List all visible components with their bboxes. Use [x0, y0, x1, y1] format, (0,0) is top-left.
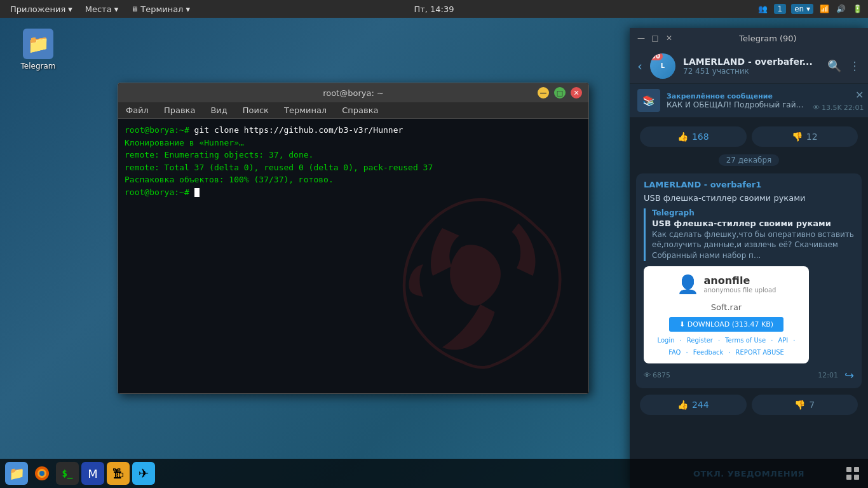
tg-messages-area[interactable]: 👍 168 👎 12 27 декабря LAMERLAND - overba…	[630, 118, 868, 459]
tg-dislike-count-1: 12	[806, 132, 818, 142]
taskbar-tray: 👥 1 en ▾ 📶 🔊 🔋	[757, 3, 864, 15]
tg-file-link-sep4: ·	[793, 337, 795, 344]
dock-telegram-icon: ✈	[139, 466, 149, 481]
tg-minimize-btn[interactable]: —	[636, 33, 646, 43]
tg-file-link-api[interactable]: API	[778, 337, 788, 344]
tg-pinned-views: 👁 13.5K 22:01	[813, 104, 864, 112]
terminal-menu-btn[interactable]: 🖥 Терминал ▾	[126, 3, 195, 15]
terminal-menu-file[interactable]: Файл	[123, 104, 151, 116]
dock-firefox-btn[interactable]	[31, 462, 53, 485]
tg-dislike-btn-2[interactable]: 👎 7	[752, 395, 858, 415]
tg-message-bubble-1: LAMERLAND - overbafer1 USB флешка-стилле…	[636, 173, 862, 388]
dock-archive-btn[interactable]: 🗜	[107, 462, 130, 485]
tg-more-icon[interactable]: ⋮	[849, 59, 860, 72]
tg-file-logo-text-area: anonfile anonymous file upload	[704, 274, 776, 294]
terminal-menu-icon: 🖥	[131, 5, 138, 13]
tg-dislike-btn-1[interactable]: 👎 12	[752, 126, 858, 147]
volume-icon: 🔊	[835, 3, 846, 15]
tg-msg-time: 12:01	[818, 371, 838, 379]
tg-msg-subtitle: USB флешка-стиллер своими руками	[644, 192, 854, 205]
tg-telegraph-label: Telegraph	[652, 208, 854, 217]
tg-maximize-btn[interactable]: □	[650, 33, 660, 43]
tg-pinned-close-btn[interactable]: ✕	[855, 89, 864, 101]
tg-file-link-terms[interactable]: Terms of Use	[725, 337, 766, 344]
terminal-content[interactable]: root@borya:~# git clone https://github.c…	[118, 119, 588, 393]
terminal-menu-search[interactable]: Поиск	[240, 104, 271, 116]
dock-terminal-btn[interactable]: $_	[56, 462, 79, 485]
terminal-menu-view[interactable]: Вид	[208, 104, 229, 116]
tg-search-icon[interactable]: 🔍	[827, 59, 841, 72]
dock-files-btn[interactable]: 📁	[5, 462, 28, 485]
dock-archive-icon: 🗜	[112, 467, 124, 480]
tg-pinned-content: КАК И ОБЕЩАЛ! Подробный гайд по п...	[667, 100, 806, 109]
apps-menu-btn[interactable]: Приложения ▾	[5, 3, 78, 15]
terminal-maximize-btn[interactable]: □	[554, 87, 566, 98]
telegram-window: — □ ✕ Telegram (90) ‹ 90 L LAMERLAND - o…	[630, 28, 868, 488]
tg-file-link-faq[interactable]: FAQ	[668, 349, 681, 356]
terminal-titlebar: root@borya: ~ — □ ✕	[118, 83, 588, 102]
tg-forward-button[interactable]: ↪	[844, 369, 854, 382]
workspace-button[interactable]: 1	[774, 4, 787, 14]
tg-file-logo-sub: anonymous file upload	[704, 287, 776, 294]
term-line-2: Клонирование в «Hunner»…	[125, 137, 582, 149]
lang-button[interactable]: en ▾	[791, 4, 813, 14]
tg-file-link-login[interactable]: Login	[658, 337, 675, 344]
tg-avatar-initials: L	[661, 62, 665, 69]
terminal-menu-edit[interactable]: Правка	[161, 104, 198, 116]
tg-header-icons: 🔍 ⋮	[827, 59, 860, 72]
dock-telegram-btn[interactable]: ✈	[132, 462, 155, 485]
term-output-3: remote: Enumerating objects: 37, done.	[125, 150, 313, 159]
battery-icon: 🔋	[851, 3, 863, 15]
tg-unread-badge: 90	[650, 53, 663, 60]
tg-back-button[interactable]: ‹	[637, 58, 642, 74]
svg-rect-3	[846, 467, 851, 472]
app-grid-btn[interactable]	[843, 463, 863, 484]
tg-like-count-2: 244	[692, 400, 709, 410]
term-line-4: remote: Total 37 (delta 0), reused 0 (de…	[125, 161, 582, 174]
lang-label: en	[794, 4, 804, 13]
telegram-folder-icon: 📁	[23, 29, 53, 59]
tg-file-link-register[interactable]: Register	[687, 337, 713, 344]
tg-file-link-sep5: ·	[686, 349, 688, 356]
term-output-5: Распаковка объектов: 100% (37/37), готов…	[125, 175, 334, 184]
term-cursor	[194, 188, 200, 197]
tg-views-eye-icon: 👁	[644, 371, 651, 379]
tg-file-link-report[interactable]: REPORT ABUSE	[736, 349, 784, 356]
tg-reaction-bar-2: 👍 244 👎 7	[635, 392, 863, 417]
terminal-menubar: Файл Правка Вид Поиск Терминал Справка	[118, 102, 588, 119]
tg-reaction-bar-1: 👍 168 👎 12	[635, 124, 863, 149]
tg-window-title: Telegram (90)	[674, 34, 862, 43]
tg-channel-info: LAMERLAND - overbafer... 72 451 участник	[683, 57, 820, 76]
tg-file-link-sep1: ·	[680, 337, 682, 344]
tg-download-button[interactable]: ⬇ DOWNLOAD (313.47 KB)	[669, 317, 783, 332]
tg-pinned-label: Закреплённое сообщение	[667, 92, 806, 100]
tg-like-btn-2[interactable]: 👍 244	[640, 395, 747, 415]
tg-file-card[interactable]: 👤 anonfile anonymous file upload Soft.ra…	[644, 266, 809, 363]
tg-pinned-message[interactable]: 📚 Закреплённое сообщение КАК И ОБЕЩАЛ! П…	[630, 84, 868, 118]
tg-date-label: 27 декабря	[719, 154, 780, 166]
tg-like-btn-1[interactable]: 👍 168	[640, 126, 747, 147]
tg-like-icon-2: 👍	[677, 400, 688, 410]
dock-editor-btn[interactable]: M	[81, 462, 104, 485]
terminal-menu-help[interactable]: Справка	[339, 104, 381, 116]
tg-file-link-feedback[interactable]: Feedback	[693, 349, 724, 356]
terminal-menu-arrow: ▾	[186, 4, 190, 14]
tg-close-btn[interactable]: ✕	[664, 33, 674, 43]
tg-file-links: Login · Register · Terms of Use · API · …	[651, 337, 801, 356]
desktop-icon-telegram[interactable]: 📁 Telegram	[13, 29, 64, 71]
tg-channel-avatar: 90 L	[650, 53, 675, 79]
svg-rect-4	[854, 467, 859, 472]
tg-pinned-thumb-icon: 📚	[642, 95, 655, 107]
tg-pinned-text: Закреплённое сообщение КАК И ОБЕЩАЛ! Под…	[667, 92, 806, 109]
term-line-1: root@borya:~# git clone https://github.c…	[125, 124, 582, 137]
terminal-close-btn[interactable]: ✕	[571, 87, 582, 98]
terminal-minimize-btn[interactable]: —	[538, 87, 549, 98]
tg-date-separator: 27 декабря	[630, 151, 868, 170]
term-line-3: remote: Enumerating objects: 37, done.	[125, 149, 582, 161]
desktop-icon-label: Telegram	[21, 62, 56, 71]
grid-icon	[846, 466, 860, 480]
terminal-menu-terminal[interactable]: Терминал	[281, 104, 329, 116]
firefox-icon	[33, 464, 51, 482]
places-menu-btn[interactable]: Места ▾	[80, 3, 123, 15]
apps-menu-label: Приложения	[10, 4, 65, 14]
